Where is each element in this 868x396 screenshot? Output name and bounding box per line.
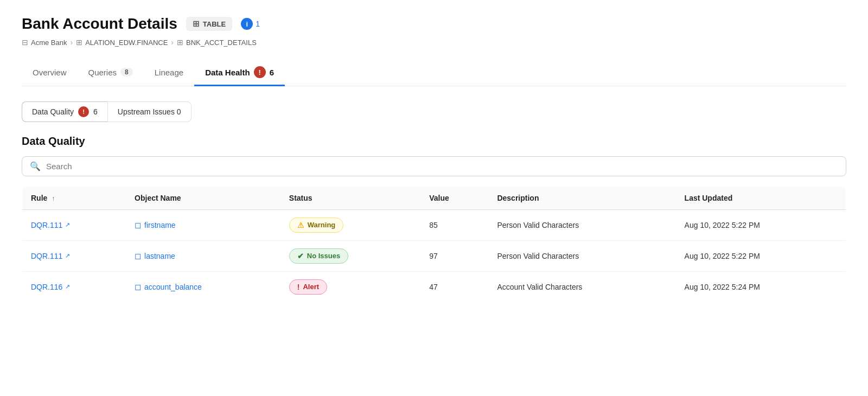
col-status-label: Status xyxy=(289,194,312,202)
object-link[interactable]: ◻account_balance xyxy=(135,282,272,292)
info-count: 1 xyxy=(256,20,260,28)
filter-badge-alert-icon: ! xyxy=(82,108,85,115)
col-rule-label: Rule xyxy=(31,194,47,202)
cell-status: ⚠Warning xyxy=(280,209,420,240)
warning-icon: ⚠ xyxy=(297,221,304,229)
sort-icon: ↑ xyxy=(52,195,55,202)
tab-data-health-label: Data Health xyxy=(205,68,250,77)
filter-badge-count: 6 xyxy=(93,107,98,116)
external-link-icon: ↗ xyxy=(65,221,70,228)
col-rule[interactable]: Rule ↑ xyxy=(22,186,126,209)
rule-link[interactable]: DQR.111 ↗ xyxy=(31,252,117,260)
page-title: Bank Account Details xyxy=(22,15,177,33)
col-description-label: Description xyxy=(497,194,539,202)
status-label: Warning xyxy=(308,221,336,229)
breadcrumb-sep-1: › xyxy=(70,38,73,47)
tab-overview-label: Overview xyxy=(33,68,67,77)
tab-queries-count: 8 xyxy=(120,68,133,76)
search-icon: 🔍 xyxy=(30,161,41,171)
cell-rule: DQR.116 ↗ xyxy=(22,271,126,302)
column-icon: ◻ xyxy=(135,251,141,261)
cell-rule: DQR.111 ↗ xyxy=(22,240,126,271)
status-badge: ⚠Warning xyxy=(289,218,344,233)
breadcrumb-sep-2: › xyxy=(171,38,174,47)
rule-label: DQR.111 xyxy=(31,252,62,260)
col-object-name-label: Object Name xyxy=(135,194,181,202)
table-type-badge: ⊞ TABLE xyxy=(186,17,232,31)
breadcrumb-label: Acme Bank xyxy=(31,39,67,47)
filter-upstream-issues-label: Upstream Issues 0 xyxy=(118,107,181,116)
last-updated-label: Aug 10, 2022 5:22 PM xyxy=(685,221,760,229)
object-link[interactable]: ◻firstname xyxy=(135,220,272,230)
breadcrumb-label: ALATION_EDW.FINANCE xyxy=(85,39,168,47)
status-badge: ✔No Issues xyxy=(289,248,348,264)
status-badge: !Alert xyxy=(289,279,327,295)
tab-overview[interactable]: Overview xyxy=(22,61,78,85)
tab-queries-label: Queries xyxy=(88,68,117,77)
search-input[interactable] xyxy=(46,162,838,171)
breadcrumb-item-table[interactable]: ⊞ BNK_ACCT_DETAILS xyxy=(177,38,257,47)
col-status: Status xyxy=(280,186,420,209)
col-last-updated: Last Updated xyxy=(676,186,846,209)
cell-status: ✔No Issues xyxy=(280,240,420,271)
rule-link[interactable]: DQR.116 ↗ xyxy=(31,283,117,291)
breadcrumb-item-schema[interactable]: ⊞ ALATION_EDW.FINANCE xyxy=(76,38,168,47)
filter-data-quality-badge: ! xyxy=(78,106,89,117)
table-badge-label: TABLE xyxy=(203,20,226,28)
col-description: Description xyxy=(488,186,675,209)
filter-data-quality-label: Data Quality xyxy=(32,107,74,116)
description-label: Person Valid Characters xyxy=(497,252,579,260)
filter-data-quality[interactable]: Data Quality ! 6 xyxy=(22,101,107,122)
tab-data-health[interactable]: Data Health ! 6 xyxy=(194,60,285,86)
alert-icon: ! xyxy=(258,68,260,76)
cell-description: Person Valid Characters xyxy=(488,209,675,240)
object-name-label: lastname xyxy=(144,252,175,260)
tab-queries[interactable]: Queries 8 xyxy=(78,61,144,85)
col-value-label: Value xyxy=(429,194,449,202)
table-row: DQR.116 ↗◻account_balance!Alert47Account… xyxy=(22,271,846,302)
description-label: Person Valid Characters xyxy=(497,221,579,229)
last-updated-label: Aug 10, 2022 5:24 PM xyxy=(685,283,760,291)
filter-buttons: Data Quality ! 6 Upstream Issues 0 xyxy=(22,101,846,122)
info-badge[interactable]: i 1 xyxy=(241,18,260,30)
filter-upstream-issues[interactable]: Upstream Issues 0 xyxy=(107,101,192,122)
tab-data-health-count: 6 xyxy=(270,68,274,77)
alert-icon: ! xyxy=(297,283,300,291)
info-circle-icon: i xyxy=(241,18,253,30)
external-link-icon: ↗ xyxy=(65,283,70,290)
tabs-bar: Overview Queries 8 Lineage Data Health !… xyxy=(22,60,846,86)
cell-description: Account Valid Characters xyxy=(488,271,675,302)
table-badge-icon: ⊞ xyxy=(193,19,200,29)
value-label: 97 xyxy=(429,252,438,260)
cell-status: !Alert xyxy=(280,271,420,302)
column-icon: ◻ xyxy=(135,282,141,292)
tab-data-health-alert: ! xyxy=(254,66,266,78)
cell-value: 97 xyxy=(420,240,488,271)
cell-rule: DQR.111 ↗ xyxy=(22,209,126,240)
breadcrumb: ⊟ Acme Bank › ⊞ ALATION_EDW.FINANCE › ⊞ … xyxy=(22,38,846,47)
cell-object-name: ◻firstname xyxy=(126,209,280,240)
table-row: DQR.111 ↗◻lastname✔No Issues97Person Val… xyxy=(22,240,846,271)
breadcrumb-item-acmebank[interactable]: ⊟ Acme Bank xyxy=(22,38,67,47)
col-value: Value xyxy=(420,186,488,209)
cell-last-updated: Aug 10, 2022 5:24 PM xyxy=(676,271,846,302)
table-row: DQR.111 ↗◻firstname⚠Warning85Person Vali… xyxy=(22,209,846,240)
col-last-updated-label: Last Updated xyxy=(685,194,733,202)
description-label: Account Valid Characters xyxy=(497,283,582,291)
value-label: 47 xyxy=(429,283,438,291)
schema-icon: ⊞ xyxy=(76,38,82,47)
cell-value: 85 xyxy=(420,209,488,240)
object-link[interactable]: ◻lastname xyxy=(135,251,272,261)
search-container: 🔍 xyxy=(22,156,846,176)
rule-link[interactable]: DQR.111 ↗ xyxy=(31,221,117,229)
last-updated-label: Aug 10, 2022 5:22 PM xyxy=(685,252,760,260)
table-icon: ⊞ xyxy=(177,38,183,47)
check-icon: ✔ xyxy=(297,252,304,260)
object-name-label: firstname xyxy=(144,221,176,229)
rule-label: DQR.116 xyxy=(31,283,62,291)
tab-lineage[interactable]: Lineage xyxy=(144,61,194,85)
column-icon: ◻ xyxy=(135,220,141,230)
cell-object-name: ◻lastname xyxy=(126,240,280,271)
external-link-icon: ↗ xyxy=(65,252,70,259)
db-icon: ⊟ xyxy=(22,38,28,47)
